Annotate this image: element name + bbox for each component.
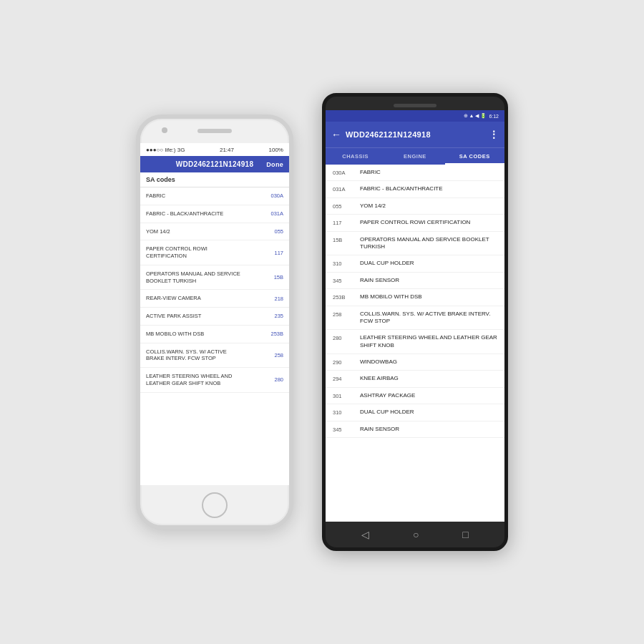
android-speaker [394, 104, 436, 107]
ios-nav-title: WDD2462121N124918 [176, 160, 254, 168]
item-code: 030A [333, 169, 353, 176]
item-code: 290 [333, 358, 353, 366]
android-recents-soft[interactable]: □ [462, 529, 468, 540]
list-item[interactable]: 294 KNEE AIRBAG [326, 371, 504, 387]
item-label: PAPER CONTROL ROWI CERTIFICATION [360, 219, 470, 226]
list-item[interactable]: 253B MB MOBILO WITH DSB [326, 289, 504, 306]
android-list: 030A FABRIC 031A FABRIC - BLACK/ANTHRACI… [326, 165, 504, 522]
android-back-soft[interactable]: ◁ [361, 529, 369, 540]
list-item[interactable]: PAPER CONTROL ROWI CERTIFICATION 117 [140, 240, 289, 265]
ios-list: FABRIC 030A FABRIC - BLACK/ANTHRACITE 03… [140, 187, 289, 485]
item-label: FABRIC [360, 169, 381, 176]
item-label: MB MOBILO WITH DSB [360, 293, 422, 301]
list-item[interactable]: 030A FABRIC [326, 165, 504, 181]
ios-carrier: ●●●○○ life:) 3G [146, 147, 185, 153]
item-label: LEATHER STEERING WHEEL AND LEATHER GEAR … [146, 373, 246, 387]
list-item[interactable]: 345 RAIN SENSOR [326, 273, 504, 289]
item-code: 031A [333, 185, 353, 192]
android-status-bar: ⊕ ▲ ◀ 🔋 6:12 [326, 110, 504, 122]
item-label: FABRIC - BLACK/ANTHRACITE [360, 185, 443, 192]
android-screen: ⊕ ▲ ◀ 🔋 6:12 ← WDD2462121N124918 ⋮ CHASS… [326, 110, 504, 522]
list-item[interactable]: COLLIS.WARN. SYS. W/ ACTIVE BRAKE INTERV… [140, 343, 289, 369]
item-label: WINDOWBAG [360, 358, 397, 366]
item-label: COLLIS.WARN. SYS. W/ ACTIVE BRAKE INTERV… [360, 311, 497, 326]
item-label: DUAL CUP HOLDER [360, 409, 414, 416]
item-code: 310 [333, 409, 353, 416]
android-tabs: CHASSISENGINESA CODES [326, 147, 504, 165]
list-item[interactable]: 290 WINDOWBAG [326, 354, 504, 371]
item-label: OPERATORS MANUAL AND SERVICE BOOKLET TUR… [360, 236, 497, 251]
ios-battery: 100% [269, 147, 283, 153]
item-label: ASHTRAY PACKAGE [360, 392, 415, 399]
android-home-soft[interactable]: ○ [413, 529, 419, 540]
android-more-button[interactable]: ⋮ [489, 129, 499, 140]
item-label: FABRIC [146, 192, 246, 200]
android-phone: ⊕ ▲ ◀ 🔋 6:12 ← WDD2462121N124918 ⋮ CHASS… [322, 93, 508, 551]
list-item[interactable]: 345 RAIN SENSOR [326, 421, 504, 438]
ios-section-header: SA codes [140, 172, 289, 187]
item-code: 301 [333, 392, 353, 399]
item-code: 15B [263, 274, 283, 280]
item-code: 235 [263, 313, 283, 319]
item-label: COLLIS.WARN. SYS. W/ ACTIVE BRAKE INTERV… [146, 348, 246, 363]
android-nav-title: WDD2462121N124918 [346, 130, 484, 139]
ios-nav-bar: WDD2462121N124918 Done [140, 156, 289, 172]
item-code: 294 [333, 375, 353, 382]
android-back-button[interactable]: ← [331, 129, 341, 140]
item-code: 055 [263, 228, 283, 235]
item-label: KNEE AIRBAG [360, 375, 399, 382]
list-item[interactable]: MB MOBILO WITH DSB 253B [140, 326, 289, 343]
list-item[interactable]: 280 LEATHER STEERING WHEEL AND LEATHER G… [326, 330, 504, 354]
android-time: 6:12 [489, 114, 499, 119]
item-label: PAPER CONTROL ROWI CERTIFICATION [146, 245, 246, 260]
item-label: RAIN SENSOR [360, 277, 399, 284]
item-label: OPERATORS MANUAL AND SERVICE BOOKLET TUR… [146, 270, 246, 285]
item-label: REAR-VIEW CAMERA [146, 295, 246, 302]
item-code: 031A [263, 210, 283, 217]
item-code: 345 [333, 277, 353, 284]
item-code: 253B [333, 293, 353, 301]
item-code: 310 [333, 260, 353, 267]
list-item[interactable]: YOM 14/2 055 [140, 223, 289, 241]
list-item[interactable]: FABRIC 030A [140, 187, 289, 205]
list-item[interactable]: 310 DUAL CUP HOLDER [326, 255, 504, 272]
android-status-icons: ⊕ ▲ ◀ 🔋 [464, 113, 487, 119]
item-label: YOM 14/2 [360, 203, 386, 210]
item-code: 280 [333, 334, 353, 341]
list-item[interactable]: 310 DUAL CUP HOLDER [326, 404, 504, 421]
item-code: 055 [333, 203, 353, 210]
list-item[interactable]: 117 PAPER CONTROL ROWI CERTIFICATION [326, 215, 504, 231]
list-item[interactable]: 055 YOM 14/2 [326, 198, 504, 215]
item-code: 030A [263, 192, 283, 199]
item-label: LEATHER STEERING WHEEL AND LEATHER GEAR … [360, 334, 497, 349]
list-item[interactable]: 031A FABRIC - BLACK/ANTHRACITE [326, 181, 504, 197]
item-code: 253B [263, 331, 283, 337]
tab-sa-codes[interactable]: SA CODES [445, 148, 504, 165]
item-label: MB MOBILO WITH DSB [146, 331, 246, 338]
android-bottom-bar: ◁ ○ □ [326, 522, 504, 547]
item-label: RAIN SENSOR [360, 426, 399, 433]
item-label: DUAL CUP HOLDER [360, 260, 414, 267]
ios-phone: ●●●○○ life:) 3G 21:47 100% WDD2462121N12… [136, 114, 293, 530]
list-item[interactable]: 301 ASHTRAY PACKAGE [326, 388, 504, 404]
item-label: ACTIVE PARK ASSIST [146, 313, 246, 320]
list-item[interactable]: ACTIVE PARK ASSIST 235 [140, 308, 289, 326]
android-nav-bar: ← WDD2462121N124918 ⋮ [326, 122, 504, 147]
list-item[interactable]: REAR-VIEW CAMERA 218 [140, 290, 289, 308]
tab-chassis[interactable]: CHASSIS [326, 148, 385, 165]
list-item[interactable]: LEATHER STEERING WHEEL AND LEATHER GEAR … [140, 368, 289, 393]
item-code: 345 [333, 426, 353, 433]
list-item[interactable]: FABRIC - BLACK/ANTHRACITE 031A [140, 205, 289, 223]
tab-engine[interactable]: ENGINE [385, 148, 444, 165]
item-code: 117 [263, 250, 283, 256]
ios-screen: ●●●○○ life:) 3G 21:47 100% WDD2462121N12… [140, 143, 289, 485]
item-code: 258 [333, 311, 353, 318]
item-code: 218 [263, 296, 283, 302]
list-item[interactable]: OPERATORS MANUAL AND SERVICE BOOKLET TUR… [140, 265, 289, 291]
item-code: 280 [263, 376, 283, 383]
list-item[interactable]: 258 COLLIS.WARN. SYS. W/ ACTIVE BRAKE IN… [326, 306, 504, 331]
ios-done-button[interactable]: Done [266, 161, 283, 168]
ios-home-button[interactable] [202, 492, 228, 518]
ios-time: 21:47 [220, 147, 234, 153]
list-item[interactable]: 15B OPERATORS MANUAL AND SERVICE BOOKLET… [326, 232, 504, 256]
